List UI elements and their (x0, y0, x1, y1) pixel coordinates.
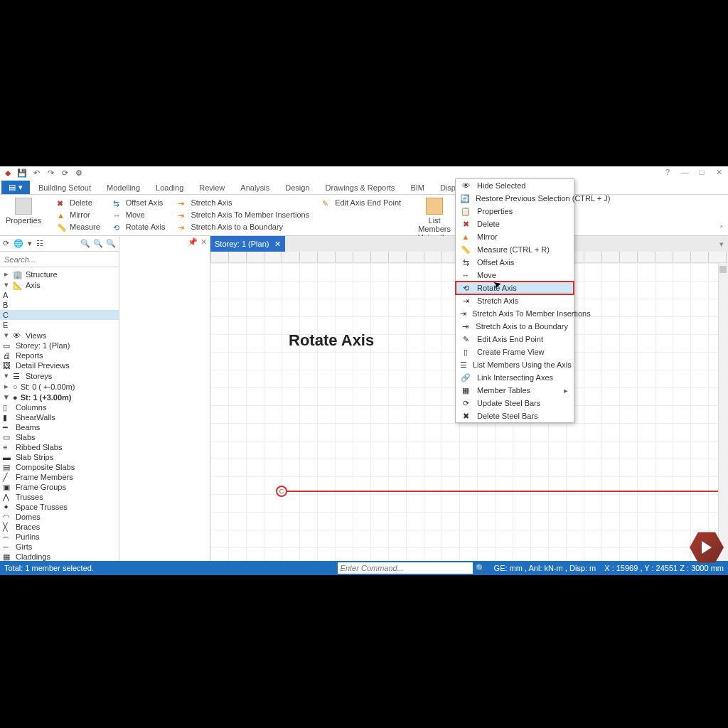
node-e[interactable]: E (0, 320, 119, 330)
node-a[interactable]: A (0, 290, 119, 300)
mirror-button[interactable]: ▲Mirror (57, 210, 100, 220)
measure-button[interactable]: 📏Measure (57, 222, 100, 232)
tab-loading[interactable]: Loading (149, 181, 191, 194)
ctx-offset-axis[interactable]: ⇆Offset Axis (456, 256, 574, 269)
ctx-stretch-to-boundary[interactable]: ⇥Stretch Axis to a Boundary (456, 320, 574, 333)
axis-c-bubble-left[interactable]: C (276, 486, 287, 497)
ctx-list-members[interactable]: ☰List Members Using the Axis (456, 358, 574, 371)
node-claddings[interactable]: ▦Claddings (0, 552, 119, 561)
node-trusses[interactable]: ⋀Trusses (0, 492, 119, 502)
tab-bim[interactable]: BIM (403, 181, 432, 194)
document-tab[interactable]: Storey: 1 (Plan)✕ (210, 236, 285, 252)
node-storey1-plan[interactable]: ▭Storey: 1 (Plan) (0, 341, 119, 350)
node-views[interactable]: ▾👁Views (0, 330, 119, 341)
ctx-create-frame-view[interactable]: ▯Create Frame View (456, 346, 574, 358)
node-frame-members[interactable]: ╱Frame Members (0, 472, 119, 482)
tab-building-setout[interactable]: Building Setout (31, 181, 98, 194)
settings-icon[interactable]: ⚙ (74, 168, 84, 178)
tab-close-icon[interactable]: ✕ (274, 240, 281, 249)
node-st1[interactable]: ▾●St: 1 (+3.00m) (0, 392, 119, 402)
node-girts[interactable]: ─Girts (0, 542, 119, 552)
close-icon[interactable]: ✕ (712, 168, 725, 177)
ctx-edit-endpoint[interactable]: ✎Edit Axis End Point (456, 333, 574, 346)
node-ribbed-slabs[interactable]: ≡Ribbed Slabs (0, 442, 119, 452)
dock-close-icon[interactable]: ✕ (200, 237, 207, 247)
ctx-stretch-to-member[interactable]: ⇥Stretch Axis To Member Insertions (456, 307, 574, 320)
edit-endpoint-button[interactable]: ✎Edit Axis End Point (322, 198, 401, 208)
maximize-icon[interactable]: □ (695, 168, 708, 177)
ctx-hide-selected[interactable]: 👁Hide Selected (456, 179, 574, 192)
structure-tree[interactable]: ▸🏢Structure ▾📐Axis A B C E ▾👁Views ▭Stor… (0, 267, 119, 561)
panel-globe-icon[interactable]: 🌐 (14, 239, 23, 248)
ctx-restore-selection[interactable]: 🔄Restore Previous Selection (CTRL + J) (456, 192, 574, 205)
delete-button[interactable]: ✖Delete (57, 198, 100, 208)
pin-icon[interactable]: 📌 (188, 237, 198, 247)
node-b[interactable]: B (0, 300, 119, 310)
axis-c-line[interactable] (282, 491, 728, 492)
rotate-axis-button[interactable]: ⟲Rotate Axis (113, 222, 166, 232)
ctx-rotate-axis[interactable]: ⟲Rotate Axis (456, 282, 574, 294)
node-braces[interactable]: ╳Braces (0, 522, 119, 532)
tab-analysis[interactable]: Analysis (233, 181, 277, 194)
minimize-icon[interactable]: — (678, 168, 691, 177)
panel-dropdown-icon[interactable]: ▾ (28, 239, 32, 248)
tab-modelling[interactable]: Modelling (100, 181, 147, 194)
node-beams[interactable]: ━Beams (0, 422, 119, 432)
node-storeys[interactable]: ▾☰Storeys (0, 370, 119, 381)
search-input[interactable] (0, 252, 119, 267)
node-slabs[interactable]: ▭Slabs (0, 432, 119, 442)
collapse-ribbon-icon[interactable]: ˄ (719, 225, 724, 234)
zoom-out-icon[interactable]: 🔍 (93, 239, 103, 248)
ctx-link-axes[interactable]: 🔗Link Intersecting Axes (456, 371, 574, 384)
panel-refresh-icon[interactable]: ⟳ (3, 239, 9, 248)
ctx-properties[interactable]: 📋Properties (456, 205, 574, 218)
context-menu[interactable]: 👁Hide Selected 🔄Restore Previous Selecti… (455, 178, 574, 423)
file-menu-button[interactable]: ▤ ▾ (1, 181, 30, 194)
panel-tree-icon[interactable]: ☷ (36, 239, 43, 248)
stretch-axis-button[interactable]: ⇥Stretch Axis (178, 198, 309, 208)
node-detail-previews[interactable]: 🖼Detail Previews (0, 360, 119, 370)
ctx-stretch-axis[interactable]: ⇥Stretch Axis (456, 294, 574, 307)
undo-icon[interactable]: ↶ (31, 168, 41, 178)
tab-design[interactable]: Design (278, 181, 316, 194)
tab-drawings-reports[interactable]: Drawings & Reports (318, 181, 402, 194)
stretch-to-member-button[interactable]: ⇥Stretch Axis To Member Insertions (178, 210, 309, 220)
ctx-member-tables[interactable]: ▦Member Tables▸ (456, 384, 574, 397)
stretch-to-boundary-button[interactable]: ⇥Stretch Axis to a Boundary (178, 222, 309, 232)
zoom-fit-icon[interactable]: 🔍 (106, 239, 116, 248)
refresh-icon[interactable]: ⟳ (60, 168, 70, 178)
move-button[interactable]: ↔Move (113, 210, 166, 220)
node-c[interactable]: C (0, 310, 119, 320)
redo-icon[interactable]: ↷ (46, 168, 55, 178)
ctx-update-steel[interactable]: ⟳Update Steel Bars (456, 397, 574, 410)
command-box[interactable]: 🔍 (338, 562, 486, 574)
node-composite-slabs[interactable]: ▤Composite Slabs (0, 462, 119, 472)
help-icon[interactable]: ? (661, 168, 674, 177)
node-domes[interactable]: ◠Domes (0, 512, 119, 522)
ctx-mirror[interactable]: ▲Mirror (456, 230, 574, 243)
ctx-move[interactable]: ↔Move (456, 269, 574, 282)
node-slab-strips[interactable]: ▬Slab Strips (0, 452, 119, 462)
search-icon[interactable]: 🔍 (476, 564, 486, 572)
offset-axis-button[interactable]: ⇆Offset Axis (113, 198, 166, 208)
properties-button[interactable]: Properties (3, 198, 44, 225)
tab-review[interactable]: Review (192, 181, 232, 194)
ctx-delete-steel[interactable]: ✖Delete Steel Bars (456, 410, 574, 422)
zoom-in-icon[interactable]: 🔍 (80, 239, 90, 248)
ctx-measure[interactable]: 📏Measure (CTRL + R) (456, 243, 574, 256)
scrollbar-thumb[interactable] (719, 266, 727, 273)
ctx-delete[interactable]: ✖Delete (456, 218, 574, 230)
node-purlins[interactable]: ─Purlins (0, 532, 119, 542)
node-shearwalls[interactable]: ▮ShearWalls (0, 412, 119, 422)
node-axis[interactable]: ▾📐Axis (0, 279, 119, 290)
node-st0[interactable]: ▸○St: 0 ( +-0.00m) (0, 381, 119, 392)
command-input[interactable] (338, 562, 473, 574)
vertical-scrollbar[interactable] (718, 263, 728, 561)
search-box[interactable] (0, 252, 119, 267)
node-reports[interactable]: 🖨Reports (0, 350, 119, 360)
view-dropdown-icon[interactable]: ▾ (719, 240, 728, 249)
node-structure[interactable]: ▸🏢Structure (0, 269, 119, 279)
node-space-trusses[interactable]: ✦Space Trusses (0, 502, 119, 512)
node-frame-groups[interactable]: ▣Frame Groups (0, 482, 119, 492)
save-icon[interactable]: 💾 (17, 168, 27, 178)
